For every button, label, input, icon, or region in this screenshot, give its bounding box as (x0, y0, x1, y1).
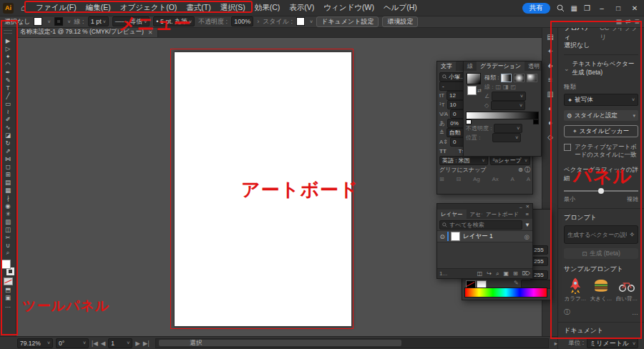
align-icon[interactable]: ▦ (615, 18, 622, 25)
artboard-tool[interactable]: ◫ (0, 225, 16, 233)
minimize-button[interactable]: – (597, 4, 607, 12)
menu-window[interactable]: ウィンドウ(W) (323, 3, 374, 13)
visibility-eye-icon[interactable]: ⊙ (437, 233, 447, 240)
layer-row[interactable]: ⊙ レイヤー 1 ◎ (437, 230, 532, 242)
eyedropper-tool[interactable]: ∤ (0, 194, 16, 202)
search-icon[interactable] (557, 4, 565, 12)
sample-prompt-bicycle[interactable]: 白い背… (615, 277, 638, 303)
more-options-icon[interactable]: … (632, 309, 638, 316)
line-segment-tool[interactable]: ╱ (0, 92, 16, 99)
column-graph-tool[interactable]: ▥ (0, 217, 16, 225)
stroke-gradient-within-icon[interactable]: ◫ (495, 84, 501, 90)
menu-object[interactable]: オブジェクト(O) (120, 3, 177, 13)
snap-option-icon[interactable]: Ag (473, 176, 480, 182)
generate-button[interactable]: ⊡ 生成 (Beta) (564, 248, 638, 259)
rotate-tool[interactable]: ↻ (0, 139, 16, 147)
menu-type[interactable]: 書式(T) (186, 3, 210, 13)
subject-dropdown[interactable]: ✦ 被写体 ˅ (564, 94, 638, 106)
scale-tool[interactable]: ⇗ (0, 147, 16, 154)
stroke-gradient-along-icon[interactable]: ◨ (503, 84, 509, 90)
artboards-panel-icon[interactable]: ▥ (547, 90, 553, 98)
tab-character[interactable]: 文字 (437, 62, 456, 71)
document-setup-button[interactable]: ドキュメント設定 (316, 16, 379, 27)
zoom-level-dropdown[interactable]: 79.12%˅ (17, 338, 53, 348)
transform-icon[interactable]: ⇄ (625, 18, 631, 25)
glyph-guide-icon[interactable]: ⊚ (518, 167, 523, 173)
edit-toolbar-icon[interactable]: … (0, 301, 16, 309)
horizontal-scrollbar[interactable]: 選択 (155, 338, 549, 348)
shape-builder-tool[interactable]: ⊞ (0, 170, 16, 178)
layer-thumbnail[interactable] (451, 232, 460, 241)
artboard-nav-dropdown[interactable]: 1˅ (108, 338, 132, 348)
tab-asset-export[interactable]: アセットの書き出し (467, 210, 482, 219)
next-artboard-icon[interactable]: ▶ (135, 340, 140, 347)
snap-option-icon[interactable]: Ax (492, 176, 498, 182)
sample-prompt-hamburger[interactable]: 大きく… (590, 277, 613, 303)
color-guide-panel-icon[interactable]: ◐ (548, 104, 552, 112)
curvature-tool[interactable]: ✎ (0, 76, 16, 84)
color-none-icon[interactable] (4, 277, 13, 285)
prompt-input[interactable]: 生成するベクターの説明を入力 ✧ (564, 225, 638, 244)
gradient-thumbnail[interactable] (467, 73, 481, 84)
selection-tool[interactable]: ▶ (0, 36, 16, 44)
panel-menu-icon[interactable]: ≣ (634, 18, 640, 25)
panel-menu-icon[interactable]: ≡ (522, 210, 532, 219)
free-transform-tool[interactable]: ◻ (0, 162, 16, 170)
share-button[interactable]: 共有 (522, 3, 550, 14)
info-icon[interactable]: ⓘ (525, 167, 530, 173)
reverse-gradient-icon[interactable]: ⇄ (477, 88, 482, 94)
home-icon[interactable]: ⌂ (21, 3, 26, 13)
new-sublayer-icon[interactable]: ↪ (487, 270, 492, 277)
lasso-tool[interactable]: ◠ (0, 60, 16, 68)
scroll-right-icon[interactable]: ▸ (555, 340, 557, 347)
gradient-stop-black[interactable] (533, 119, 539, 124)
target-icon[interactable]: ◎ (525, 233, 530, 240)
symbols-panel-icon[interactable]: ♣ (548, 62, 553, 69)
appearance-panel-icon[interactable]: ◇ (547, 133, 553, 141)
language-dropdown[interactable]: 英語 : 米国˅ (439, 156, 488, 165)
gradient-slider[interactable] (466, 112, 539, 119)
menu-file[interactable]: ファイル(F) (36, 3, 76, 13)
new-layer-group-icon[interactable]: ⊞ (513, 270, 518, 277)
close-panel-icon[interactable]: ✕ (526, 204, 530, 210)
style-settings-row[interactable]: ⚙ スタイルと設定 ▾ (564, 110, 638, 121)
tab-layers[interactable]: レイヤー (437, 210, 467, 219)
direct-selection-tool[interactable]: ▷ (0, 44, 16, 52)
style-swatch[interactable] (296, 17, 305, 26)
arrange-documents-icon[interactable]: ▦ (571, 4, 577, 12)
vector-detail-slider[interactable] (564, 188, 638, 194)
clipping-mask-icon[interactable]: ◫ (477, 270, 483, 277)
blend-tool[interactable]: ◉ (0, 202, 16, 210)
toolbar-grip[interactable] (4, 30, 12, 34)
slice-tool[interactable]: ✂ (0, 233, 16, 241)
last-artboard-icon[interactable]: ▶| (143, 340, 150, 347)
radial-gradient-button[interactable] (514, 74, 525, 82)
brushes-panel-icon[interactable]: ✦ (547, 47, 553, 55)
symbol-sprayer-tool[interactable]: ✳ (0, 210, 16, 217)
zoom-tool[interactable]: ⌕ (0, 249, 16, 257)
delete-layer-icon[interactable]: ⌦ (522, 270, 530, 277)
tab-transparency[interactable]: 透明 (525, 62, 541, 71)
pen-tool[interactable]: ✒ (0, 68, 16, 76)
gradient-tool[interactable]: ▤ (0, 178, 16, 186)
type-tool[interactable]: T (0, 84, 16, 92)
menu-view[interactable]: 表示(V) (289, 3, 314, 13)
hand-tool[interactable]: ∪ (0, 241, 16, 249)
style-picker-button[interactable]: ⌖ スタイルピッカー (564, 125, 638, 137)
menu-edit[interactable]: 編集(E) (86, 3, 111, 13)
rotation-dropdown[interactable]: 0°˅ (56, 338, 89, 348)
close-button[interactable]: ✕ (630, 4, 640, 12)
snap-option-icon[interactable]: ⊞ (439, 176, 444, 182)
tab-gradient[interactable]: グラデーション (477, 62, 525, 71)
opacity-more-icon[interactable]: › (257, 18, 259, 25)
opacity-field[interactable]: 100% (231, 16, 253, 26)
prev-artboard-icon[interactable]: ◀ (101, 340, 106, 347)
rectangle-tool[interactable]: ▭ (0, 99, 16, 107)
tab-artboards[interactable]: アートボード (482, 210, 522, 219)
unit-dropdown[interactable]: ミリメートル˅ (587, 338, 638, 348)
filter-icon[interactable]: ▼ (525, 222, 530, 228)
chevron-down-icon[interactable]: ⌄ (564, 65, 570, 72)
collapse-panel-icon[interactable]: – (519, 205, 522, 210)
first-artboard-icon[interactable]: |◀ (92, 340, 98, 347)
all-caps-icon[interactable]: TT (439, 148, 447, 154)
